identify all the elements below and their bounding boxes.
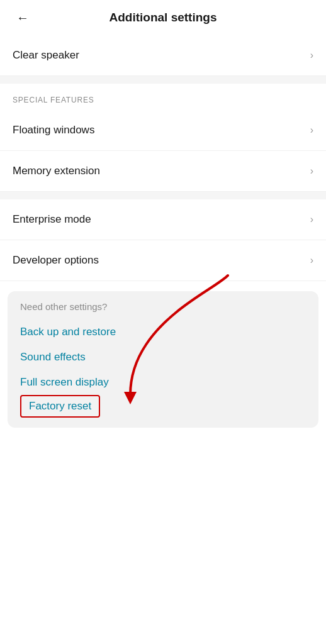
- divider-2: [0, 192, 326, 199]
- developer-options-item[interactable]: Developer options ›: [0, 240, 326, 281]
- clear-speaker-label: Clear speaker: [13, 49, 79, 62]
- main-content: Clear speaker › SPECIAL FEATURES Floatin…: [0, 35, 326, 428]
- back-arrow-icon: ←: [16, 11, 29, 25]
- special-features-header: SPECIAL FEATURES: [0, 84, 326, 110]
- special-features-title: SPECIAL FEATURES: [13, 96, 94, 104]
- back-button[interactable]: ←: [10, 5, 35, 30]
- sound-effects-link[interactable]: Sound effects: [20, 345, 306, 370]
- memory-extension-label: Memory extension: [13, 165, 100, 177]
- divider-1: [0, 76, 326, 84]
- special-features-section: SPECIAL FEATURES Floating windows › Memo…: [0, 84, 326, 192]
- enterprise-mode-chevron-icon: ›: [310, 214, 313, 225]
- other-settings-title: Need other settings?: [20, 301, 306, 312]
- other-settings-card: Need other settings? Back up and restore…: [8, 291, 318, 428]
- floating-windows-label: Floating windows: [13, 124, 94, 136]
- clear-speaker-chevron-icon: ›: [310, 50, 313, 61]
- back-up-restore-link[interactable]: Back up and restore: [20, 319, 306, 345]
- factory-reset-link[interactable]: Factory reset: [20, 395, 100, 418]
- page-title: Additional settings: [35, 11, 291, 25]
- floating-windows-chevron-icon: ›: [310, 125, 313, 136]
- enterprise-mode-label: Enterprise mode: [13, 213, 91, 226]
- developer-options-chevron-icon: ›: [310, 255, 313, 266]
- factory-reset-wrapper: Factory reset: [20, 395, 100, 418]
- header: ← Additional settings: [0, 0, 326, 35]
- full-screen-display-link[interactable]: Full screen display: [20, 370, 306, 395]
- memory-extension-chevron-icon: ›: [310, 165, 313, 177]
- clear-speaker-item[interactable]: Clear speaker ›: [0, 35, 326, 76]
- enterprise-mode-item[interactable]: Enterprise mode ›: [0, 199, 326, 240]
- developer-options-label: Developer options: [13, 254, 99, 267]
- floating-windows-item[interactable]: Floating windows ›: [0, 110, 326, 151]
- memory-extension-item[interactable]: Memory extension ›: [0, 151, 326, 192]
